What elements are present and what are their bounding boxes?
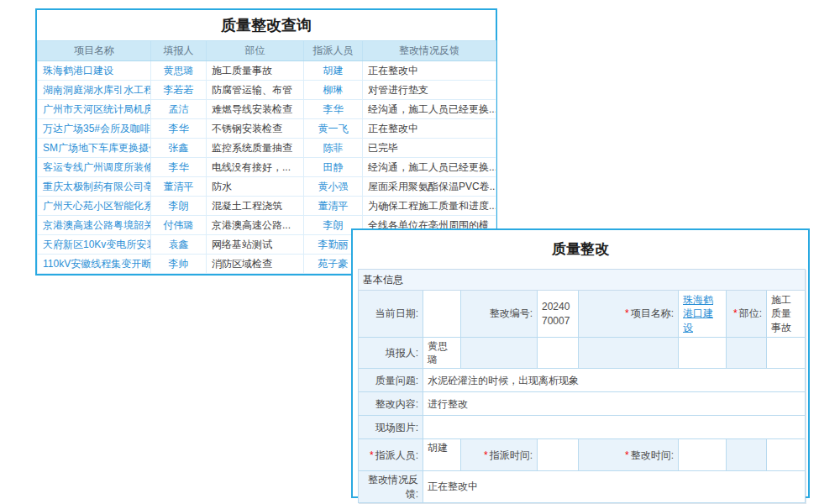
- assignee-cell: 柳琳: [304, 81, 363, 100]
- form-row-photos: 现场图片:: [359, 416, 806, 439]
- rectification-content-field[interactable]: 进行整改: [423, 392, 806, 416]
- feedback-cell: 经沟通，施工人员已经更换...: [363, 100, 496, 119]
- assignee-field[interactable]: 胡建: [423, 439, 461, 471]
- form-row-content: 整改内容: 进行整改: [359, 392, 806, 416]
- section-title-basic-info: 基本信息: [359, 270, 806, 291]
- project-name-link[interactable]: 万达广场35#会所及咖啡厅: [38, 119, 151, 139]
- feedback-cell: 为确保工程施工质量和进度...: [363, 197, 496, 216]
- empty-value-cell: [538, 338, 579, 369]
- reporter-label: 填报人:: [359, 338, 423, 369]
- location-field[interactable]: 施工质量事故: [767, 291, 806, 338]
- project-name-link[interactable]: 广州天心苑小区智能化系统: [38, 197, 151, 216]
- quality-problem-field[interactable]: 水泥砼灌注的时候，出现离析现象: [423, 369, 806, 392]
- assignee-cell: 田静: [304, 158, 363, 177]
- reporter-cell: 李朗: [151, 197, 207, 216]
- reporter-cell: 孟洁: [151, 100, 207, 119]
- location-cell: 监控系统质量抽查: [207, 139, 304, 158]
- project-name-link[interactable]: 珠海鹤港口建设: [38, 61, 151, 81]
- rectification-number-field: 2024070007: [538, 291, 579, 338]
- empty-label-cell: [461, 338, 538, 369]
- table-row: 重庆太极制药有限公司亳州 董清平 防水 黄小强 屋面采用聚氨酯保温PVC卷...: [38, 177, 496, 197]
- rectification-time-field[interactable]: [679, 439, 727, 471]
- site-photos-field[interactable]: [423, 416, 806, 439]
- location-cell: 难燃导线安装检查: [207, 100, 304, 119]
- page: 质量整改查询 项目名称 填报人 部位 指派人员 整改情况反馈 珠海鹤港口建设 黄…: [0, 0, 840, 504]
- location-cell: 消防区域检查: [207, 255, 304, 274]
- form-row-problem: 质量问题: 水泥砼灌注的时候，出现离析现象: [359, 369, 806, 392]
- column-header-location: 部位: [207, 41, 304, 61]
- assign-time-label: *指派时间:: [461, 439, 538, 471]
- reporter-cell: 李华: [151, 119, 207, 139]
- form-row-dates: 当前日期: 整改编号: 2024070007 *项目名称: 珠海鹤港口建设 *部…: [359, 291, 806, 338]
- project-name-link[interactable]: 天府新区10Kv变电所安装工: [38, 235, 151, 255]
- location-cell: 混凝土工程浇筑: [207, 197, 304, 216]
- reporter-field[interactable]: 黄思璐: [423, 338, 461, 369]
- assign-time-field[interactable]: [538, 439, 579, 471]
- feedback-cell: 对管进行垫支: [363, 81, 496, 100]
- section-header-row: 基本信息: [359, 270, 806, 291]
- site-photos-label: 现场图片:: [359, 416, 423, 439]
- location-label: *部位:: [727, 291, 767, 338]
- empty-value-cell: [767, 439, 806, 471]
- column-header-feedback: 整改情况反馈: [363, 41, 496, 61]
- location-cell: 不锈钢安装检查: [207, 119, 304, 139]
- form-row-reporter: 填报人: 黄思璐: [359, 338, 806, 369]
- assignee-cell: 黄小强: [304, 177, 363, 197]
- table-row: 万达广场35#会所及咖啡厅 李华 不锈钢安装检查 黄一飞 正在整改中: [38, 119, 496, 139]
- form-row-assignment: *指派人员: 胡建 *指派时间: *整改时间:: [359, 439, 806, 471]
- empty-label-cell: [727, 439, 767, 471]
- project-name-link[interactable]: 京港澳高速公路粤境韶关至: [38, 216, 151, 235]
- column-header-reporter: 填报人: [151, 41, 207, 61]
- quality-problem-label: 质量问题:: [359, 369, 423, 392]
- assignee-cell: 胡建: [304, 61, 363, 81]
- location-cell: 施工质量事故: [207, 61, 304, 81]
- feedback-cell: 正在整改中: [363, 61, 496, 81]
- rectification-content-label: 整改内容:: [359, 392, 423, 416]
- form-row-feedback: 整改情况反馈: 正在整改中: [359, 471, 806, 502]
- project-name-link[interactable]: 客运专线广州调度所装修项: [38, 158, 151, 177]
- rectification-form-table: 基本信息 当前日期: 整改编号: 2024070007 *项目名称: 珠海鹤港口…: [358, 269, 806, 503]
- project-name-link[interactable]: 湖南洞庭湖水库引水工程施: [38, 81, 151, 100]
- required-marker: *: [370, 449, 374, 461]
- project-name-link[interactable]: 110kV安徽线程集变开断线: [38, 255, 151, 274]
- form-title: 质量整改: [353, 239, 808, 259]
- feedback-label: 整改情况反馈:: [359, 471, 423, 502]
- table-row: 广州市天河区统计局机房改 孟洁 难燃导线安装检查 李华 经沟通，施工人员已经更换…: [38, 100, 496, 119]
- table-row: 珠海鹤港口建设 黄思璐 施工质量事故 胡建 正在整改中: [38, 61, 496, 81]
- reporter-cell: 黄思璐: [151, 61, 207, 81]
- query-table-header-row: 项目名称 填报人 部位 指派人员 整改情况反馈: [38, 41, 496, 61]
- project-name-link[interactable]: 珠海鹤港口建设: [683, 294, 713, 333]
- reporter-cell: 袁鑫: [151, 235, 207, 255]
- feedback-cell: 已完毕: [363, 139, 496, 158]
- location-cell: 防腐管运输、布管: [207, 81, 304, 100]
- required-marker: *: [625, 307, 629, 319]
- assignee-cell: 黄一飞: [304, 119, 363, 139]
- table-row: 湖南洞庭湖水库引水工程施 李若若 防腐管运输、布管 柳琳 对管进行垫支: [38, 81, 496, 100]
- reporter-cell: 李华: [151, 158, 207, 177]
- column-header-project: 项目名称: [38, 41, 151, 61]
- location-cell: 京港澳高速公路...: [207, 216, 304, 235]
- reporter-cell: 张鑫: [151, 139, 207, 158]
- required-marker: *: [733, 307, 738, 319]
- project-name-field: 珠海鹤港口建设: [679, 291, 727, 338]
- empty-value-cell: [679, 338, 727, 369]
- empty-label-cell: [727, 338, 767, 369]
- query-panel-title: 质量整改查询: [37, 10, 496, 40]
- assignee-cell: 董清平: [304, 197, 363, 216]
- empty-value-cell: [767, 338, 806, 369]
- project-name-link[interactable]: 重庆太极制药有限公司亳州: [38, 177, 151, 197]
- reporter-cell: 董清平: [151, 177, 207, 197]
- table-row: SM广场地下车库更换摄像 张鑫 监控系统质量抽查 陈菲 已完毕: [38, 139, 496, 158]
- reporter-cell: 李若若: [151, 81, 207, 100]
- assignee-cell: 李华: [304, 100, 363, 119]
- required-marker: *: [484, 449, 488, 461]
- current-date-field[interactable]: [423, 291, 461, 338]
- project-name-label: *项目名称:: [579, 291, 679, 338]
- feedback-field[interactable]: 正在整改中: [423, 471, 806, 502]
- feedback-cell: 正在整改中: [363, 119, 496, 139]
- quality-rectification-form-panel: 质量整改 基本信息 当前日期: 整改编号: 2024070007 *项目名称: …: [351, 228, 810, 498]
- reporter-cell: 李帅: [151, 255, 207, 274]
- project-name-link[interactable]: SM广场地下车库更换摄像: [38, 139, 151, 158]
- empty-label-cell: [579, 338, 679, 369]
- project-name-link[interactable]: 广州市天河区统计局机房改: [38, 100, 151, 119]
